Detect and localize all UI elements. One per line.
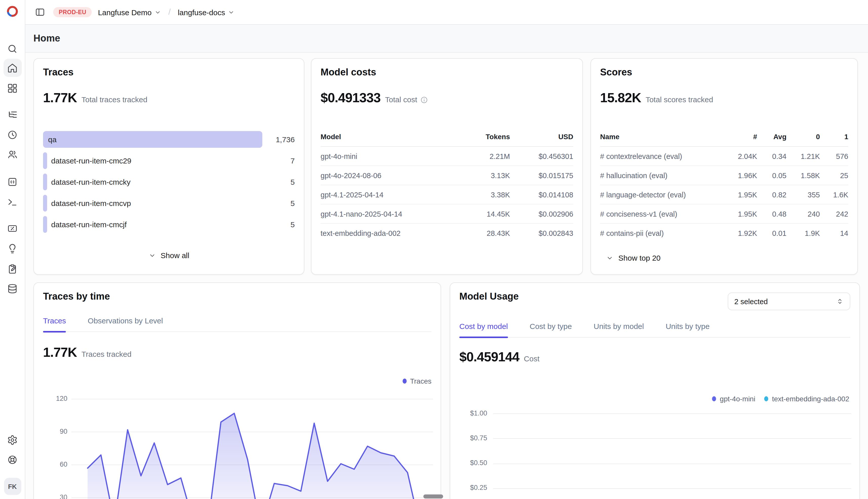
- table-cell: 1.6K: [820, 191, 848, 199]
- main-content: Traces 1.77K Total traces tracked qa1,73…: [25, 53, 868, 499]
- tab-mu-units-by-model[interactable]: Units by model: [594, 322, 644, 337]
- table-cell: 0.48: [757, 210, 786, 218]
- scores-table: Name#Avg01# contextrelevance (eval)2.04K…: [600, 133, 848, 242]
- chart-gridline: [493, 413, 851, 414]
- y-axis-tick-label: 90: [40, 427, 67, 435]
- topbar: PROD-EU Langfuse Demo / langfuse-docs: [25, 0, 868, 25]
- column-header: Avg: [757, 133, 786, 141]
- sidebar-toggle-button[interactable]: [33, 5, 47, 19]
- traces-by-time-metric: 1.77K Traces tracked: [43, 345, 131, 360]
- bar-label: dataset-run-item-cmcvp: [51, 195, 131, 211]
- list-tree-icon: [7, 109, 18, 120]
- sidebar-item-datasets[interactable]: [3, 279, 22, 297]
- sidebar-item-support[interactable]: [3, 450, 22, 468]
- sidebar-item-users[interactable]: [3, 145, 22, 163]
- sidebar-item-tracing[interactable]: [3, 105, 22, 123]
- sidebar: FK: [0, 0, 25, 499]
- model-usage-card: Model Usage 2 selected Cost by modelCost…: [450, 282, 860, 499]
- tab-tbt-traces[interactable]: Traces: [43, 316, 66, 331]
- model-select[interactable]: 2 selected: [728, 293, 850, 310]
- sidebar-item-sessions[interactable]: [3, 125, 22, 144]
- clipboard-pen-icon: [7, 264, 18, 274]
- table-cell: 0.82: [757, 191, 786, 199]
- show-top-20-button[interactable]: Show top 20: [606, 254, 661, 262]
- bar-label: dataset-run-item-cmc29: [51, 152, 131, 169]
- users-icon: [7, 149, 18, 160]
- table-cell: 25: [820, 171, 848, 179]
- column-header: Name: [600, 133, 721, 141]
- percent-card-icon: [7, 223, 18, 233]
- sidebar-item-annotation[interactable]: [3, 260, 22, 278]
- page-header: Home: [25, 25, 868, 53]
- bar-label: dataset-run-item-cmcky: [51, 173, 130, 190]
- table-row: # hallucination (eval)1.96K0.051.58K25: [600, 166, 848, 185]
- table-cell: 0.34: [757, 152, 786, 160]
- y-axis-tick-label: 60: [40, 460, 67, 468]
- chart-gridline: [493, 463, 851, 464]
- model-costs-metric: $0.491333 Total cost: [321, 90, 428, 106]
- table-cell: # hallucination (eval): [600, 171, 721, 179]
- info-icon[interactable]: [420, 96, 428, 104]
- table-cell: 1.95K: [721, 191, 757, 199]
- column-header: USD: [510, 133, 573, 141]
- chevrons-up-down-icon: [836, 297, 844, 305]
- sidebar-item-search[interactable]: [3, 39, 22, 58]
- database-icon: [7, 283, 18, 294]
- org-name: Langfuse Demo: [98, 8, 152, 16]
- table-cell: gpt-4.1-nano-2025-04-14: [321, 210, 462, 218]
- trace-bar-row[interactable]: dataset-run-item-cmcjf5: [43, 216, 295, 233]
- table-cell: 14.45K: [462, 210, 510, 218]
- table-cell: $0.456301: [510, 152, 573, 160]
- sidebar-item-insights[interactable]: [3, 239, 22, 258]
- bar-fill: [43, 173, 47, 190]
- model-usage-tabs: Cost by modelCost by typeUnits by modelU…: [459, 322, 850, 338]
- sidebar-item-playground[interactable]: [3, 193, 22, 211]
- blocks-icon: [7, 83, 18, 93]
- sidebar-item-settings[interactable]: [3, 431, 22, 449]
- horizontal-scrollbar-thumb[interactable]: [423, 495, 443, 499]
- tab-mu-cost-by-model[interactable]: Cost by model: [459, 322, 508, 337]
- table-cell: $0.002906: [510, 210, 573, 218]
- langfuse-logo[interactable]: [5, 4, 19, 18]
- chart-gridline: [493, 488, 851, 489]
- traces-by-time-tabs: TracesObservations by Level: [43, 316, 431, 332]
- model-costs-metric-label: Total cost: [385, 95, 417, 104]
- tab-mu-cost-by-type[interactable]: Cost by type: [530, 322, 572, 337]
- org-breadcrumb-button[interactable]: Langfuse Demo: [98, 8, 161, 16]
- y-axis-tick-label: $0.75: [458, 434, 487, 442]
- traces-area-series: [71, 375, 433, 499]
- legend-item: gpt-4o-mini: [712, 395, 755, 403]
- show-all-button[interactable]: Show all: [148, 251, 189, 260]
- table-cell: 242: [820, 210, 848, 218]
- traces-by-time-metric-label: Traces tracked: [82, 350, 131, 358]
- trace-bar-row[interactable]: qa1,736: [43, 131, 295, 148]
- table-cell: 2.21M: [462, 152, 510, 160]
- legend-dot-icon: [764, 396, 769, 401]
- y-axis-tick-label: 120: [40, 394, 67, 402]
- table-cell: gpt-4o-mini: [321, 152, 462, 160]
- sidebar-item-prompts[interactable]: [3, 173, 22, 191]
- chevron-down-icon: [228, 9, 235, 16]
- project-name: langfuse-docs: [178, 8, 225, 16]
- trace-bar-row[interactable]: dataset-run-item-cmcky5: [43, 173, 295, 190]
- user-avatar[interactable]: FK: [4, 478, 21, 495]
- project-breadcrumb-button[interactable]: langfuse-docs: [178, 8, 235, 16]
- traces-metric: 1.77K Total traces tracked: [43, 90, 147, 106]
- table-row: gpt-4o-2024-08-063.13K$0.015175: [321, 166, 573, 185]
- legend-item: text-embedding-ada-002: [764, 395, 849, 403]
- sidebar-item-home[interactable]: [3, 59, 22, 77]
- bar-value: 5: [290, 173, 295, 190]
- table-cell: # contextrelevance (eval): [600, 152, 721, 160]
- trace-bar-row[interactable]: dataset-run-item-cmcvp5: [43, 195, 295, 211]
- settings-icon: [7, 435, 18, 445]
- trace-bar-row[interactable]: dataset-run-item-cmc297: [43, 152, 295, 169]
- table-row: # language-detector (eval)1.95K0.823551.…: [600, 185, 848, 205]
- tab-tbt-observations-by-level[interactable]: Observations by Level: [88, 316, 163, 331]
- bar-fill: [43, 152, 47, 169]
- sidebar-item-evaluators[interactable]: [3, 219, 22, 238]
- lightbulb-icon: [7, 243, 18, 254]
- table-cell: 3.38K: [462, 191, 510, 199]
- tab-mu-units-by-type[interactable]: Units by type: [666, 322, 710, 337]
- sidebar-item-dashboards[interactable]: [3, 79, 22, 97]
- model-costs-card: Model costs $0.491333 Total cost ModelTo…: [311, 58, 583, 275]
